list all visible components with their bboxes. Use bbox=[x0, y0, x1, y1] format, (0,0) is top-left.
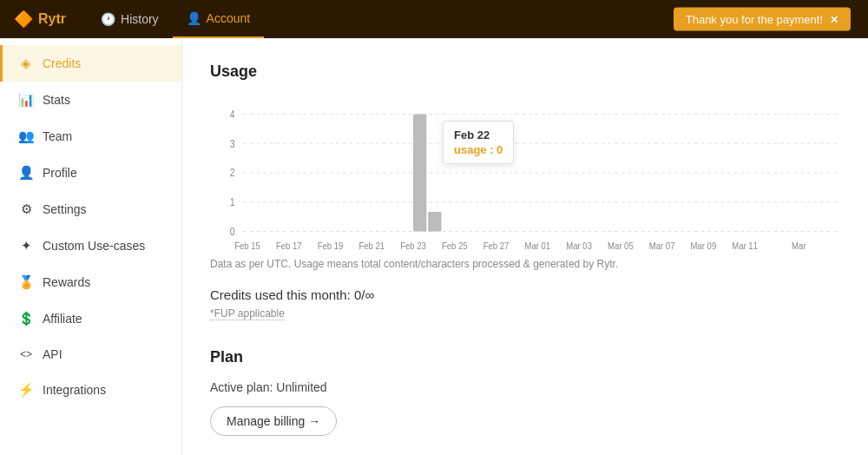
api-icon: <> bbox=[18, 348, 34, 360]
svg-text:2: 2 bbox=[230, 168, 235, 179]
nav-account[interactable]: 👤 Account bbox=[173, 0, 265, 38]
sidebar-item-credits[interactable]: ◈ Credits bbox=[0, 45, 181, 82]
svg-rect-11 bbox=[428, 212, 441, 232]
tooltip-usage: usage : 0 bbox=[454, 143, 503, 156]
main-content: Usage 4 3 2 1 0 Feb 15 bbox=[182, 38, 868, 455]
active-plan-value: Unlimited bbox=[276, 380, 326, 394]
sidebar-affiliate-label: Affiliate bbox=[43, 312, 82, 326]
sidebar-team-label: Team bbox=[43, 129, 72, 143]
svg-text:Feb 25: Feb 25 bbox=[442, 241, 468, 251]
svg-text:Mar: Mar bbox=[792, 241, 806, 251]
logo-icon: 🔶 bbox=[14, 10, 33, 29]
nav-history-label: History bbox=[121, 12, 159, 26]
svg-rect-10 bbox=[413, 115, 426, 232]
affiliate-icon: 💲 bbox=[18, 311, 34, 326]
chart-tooltip: Feb 22 usage : 0 bbox=[443, 121, 514, 164]
credits-icon: ◈ bbox=[18, 56, 34, 71]
svg-text:Feb 17: Feb 17 bbox=[276, 241, 302, 251]
sidebar-item-settings[interactable]: ⚙ Settings bbox=[0, 191, 181, 228]
svg-text:Feb 21: Feb 21 bbox=[358, 241, 385, 251]
svg-text:Mar 05: Mar 05 bbox=[608, 241, 634, 251]
sidebar-item-rewards[interactable]: 🏅 Rewards bbox=[0, 264, 181, 300]
credits-used-label: Credits used this month: bbox=[210, 287, 351, 302]
topbar: 🔶 Rytr 🕐 History 👤 Account Thank you for… bbox=[0, 0, 868, 38]
sidebar-rewards-label: Rewards bbox=[43, 275, 90, 289]
integrations-icon: ⚡ bbox=[18, 382, 34, 398]
svg-text:Mar 07: Mar 07 bbox=[649, 241, 675, 251]
sidebar-custom-label: Custom Use-cases bbox=[43, 239, 145, 253]
manage-billing-label: Manage billing → bbox=[227, 414, 320, 428]
svg-text:Mar 01: Mar 01 bbox=[524, 241, 550, 251]
sidebar-item-custom-use-cases[interactable]: ✦ Custom Use-cases bbox=[0, 228, 181, 264]
chart-svg: 4 3 2 1 0 Feb 15 Feb 17 Feb 19 Feb 21 Fe… bbox=[210, 95, 840, 251]
svg-text:Feb 23: Feb 23 bbox=[400, 241, 426, 251]
active-plan: Active plan: Unlimited bbox=[210, 380, 840, 394]
tooltip-date: Feb 22 bbox=[454, 129, 503, 142]
credits-used-value: 0/∞ bbox=[354, 287, 374, 302]
team-icon: 👥 bbox=[18, 129, 34, 144]
logo[interactable]: 🔶 Rytr bbox=[14, 10, 66, 29]
svg-text:Mar 11: Mar 11 bbox=[732, 241, 758, 251]
logo-text: Rytr bbox=[38, 11, 66, 27]
layout: ◈ Credits 📊 Stats 👥 Team 👤 Profile ⚙ Set… bbox=[0, 38, 868, 455]
sidebar-settings-label: Settings bbox=[43, 202, 87, 216]
usage-title: Usage bbox=[210, 63, 840, 81]
svg-text:3: 3 bbox=[230, 138, 235, 149]
notification-text: Thank you for the payment! bbox=[686, 13, 823, 26]
nav-account-label: Account bbox=[207, 11, 251, 25]
plan-title: Plan bbox=[210, 348, 840, 366]
fup-note: *FUP applicable bbox=[210, 307, 285, 320]
nav-history[interactable]: 🕐 History bbox=[87, 0, 173, 38]
plan-section: Plan Active plan: Unlimited Manage billi… bbox=[210, 348, 840, 436]
sidebar-api-label: API bbox=[43, 347, 62, 361]
sidebar-item-team[interactable]: 👥 Team bbox=[0, 118, 181, 155]
sidebar-stats-label: Stats bbox=[43, 93, 70, 107]
sidebar-profile-label: Profile bbox=[43, 166, 77, 180]
svg-text:4: 4 bbox=[230, 109, 235, 120]
usage-chart: 4 3 2 1 0 Feb 15 Feb 17 Feb 19 Feb 21 Fe… bbox=[210, 95, 840, 251]
svg-text:1: 1 bbox=[230, 196, 235, 208]
sidebar: ◈ Credits 📊 Stats 👥 Team 👤 Profile ⚙ Set… bbox=[0, 38, 182, 455]
sidebar-item-stats[interactable]: 📊 Stats bbox=[0, 82, 181, 118]
sidebar-credits-label: Credits bbox=[43, 56, 81, 70]
rewards-icon: 🏅 bbox=[18, 274, 34, 290]
account-nav-icon: 👤 bbox=[187, 11, 201, 25]
sidebar-integrations-label: Integrations bbox=[43, 383, 106, 397]
profile-icon: 👤 bbox=[18, 165, 34, 181]
sidebar-item-integrations[interactable]: ⚡ Integrations bbox=[0, 372, 181, 408]
svg-text:Feb 27: Feb 27 bbox=[483, 241, 510, 251]
svg-text:Feb 19: Feb 19 bbox=[318, 241, 344, 251]
sidebar-item-api[interactable]: <> API bbox=[0, 337, 181, 372]
settings-icon: ⚙ bbox=[18, 201, 34, 217]
svg-text:Mar 03: Mar 03 bbox=[566, 241, 592, 251]
topbar-nav: 🕐 History 👤 Account bbox=[87, 0, 264, 38]
stats-icon: 📊 bbox=[18, 92, 34, 108]
svg-text:Mar 09: Mar 09 bbox=[691, 241, 717, 251]
sidebar-item-affiliate[interactable]: 💲 Affiliate bbox=[0, 300, 181, 337]
chart-note: Data as per UTC. Usage means total conte… bbox=[210, 258, 840, 270]
svg-text:0: 0 bbox=[230, 226, 235, 237]
custom-use-cases-icon: ✦ bbox=[18, 238, 34, 254]
notification-close[interactable]: ✕ bbox=[830, 13, 838, 25]
manage-billing-button[interactable]: Manage billing → bbox=[210, 406, 337, 436]
svg-text:Feb 15: Feb 15 bbox=[234, 241, 260, 251]
payment-notification: Thank you for the payment! ✕ bbox=[674, 8, 851, 31]
history-icon: 🕐 bbox=[101, 12, 115, 26]
active-plan-label: Active plan: bbox=[210, 380, 273, 394]
credits-used: Credits used this month: 0/∞ bbox=[210, 287, 840, 302]
sidebar-item-profile[interactable]: 👤 Profile bbox=[0, 155, 181, 191]
